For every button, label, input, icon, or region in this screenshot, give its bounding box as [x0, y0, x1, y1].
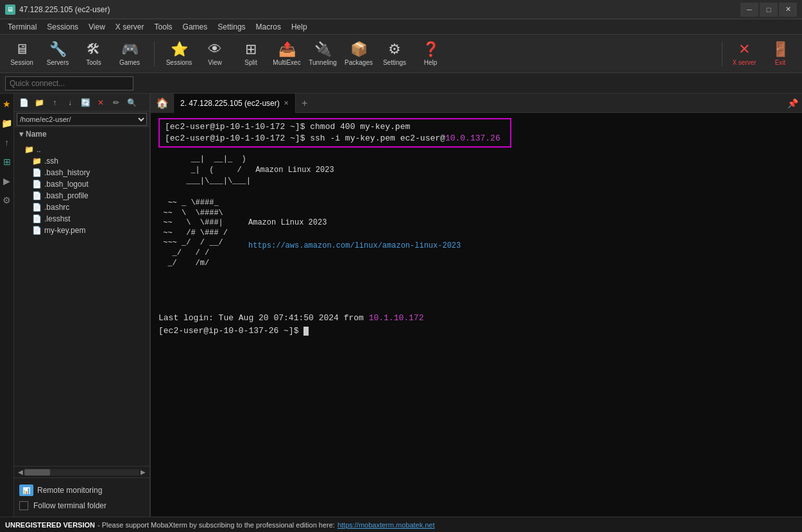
- sidebar-upload-btn[interactable]: ↑: [47, 96, 62, 110]
- file-icon: 📄: [32, 180, 42, 189]
- menu-tools[interactable]: Tools: [149, 21, 178, 33]
- menu-settings[interactable]: Settings: [212, 21, 250, 33]
- toolbar-xserver-button[interactable]: ✕ X server: [728, 37, 761, 71]
- toolbar-servers-button[interactable]: 🔧 Servers: [41, 37, 74, 71]
- menu-view[interactable]: View: [83, 21, 110, 33]
- file-icon: 📄: [32, 214, 42, 223]
- sidebar-rename-btn[interactable]: ✏: [109, 96, 123, 110]
- toolbar-tools-label: Tools: [86, 59, 101, 66]
- menu-terminal[interactable]: Terminal: [3, 21, 42, 33]
- sidebar-wrapper: ★ 📁 ↑ ⊞ ▶ ⚙ 📄 📁 ↑ ↓ 🔄 ✕ ✏ 🔍 /ho: [0, 94, 151, 517]
- toolbar-split-button[interactable]: ⊞ Split: [234, 37, 268, 71]
- toolbar-tools-button[interactable]: 🛠 Tools: [77, 37, 110, 71]
- h-scrollbar-thumb[interactable]: [24, 469, 50, 476]
- path-select[interactable]: /home/ec2-user/: [17, 113, 147, 126]
- xserver-icon: ✕: [738, 41, 750, 58]
- toolbar-multiexec-button[interactable]: 📤 MultiExec: [270, 37, 303, 71]
- toolbar-tunneling-button[interactable]: 🔌 Tunneling: [306, 37, 339, 71]
- tree-item-bashrc[interactable]: 📄 .bashrc: [14, 202, 149, 213]
- tree-item-lesshst[interactable]: 📄 .lesshst: [14, 213, 149, 225]
- sidebar-delete-btn[interactable]: ✕: [94, 96, 108, 110]
- tab-close-button[interactable]: ✕: [284, 99, 289, 107]
- toolbar-view-label: View: [208, 59, 222, 66]
- app-icon: 🖥: [5, 4, 15, 15]
- status-bar: UNREGISTERED VERSION - Please support Mo…: [0, 517, 802, 532]
- path-bar: /home/ec2-user/: [14, 112, 149, 127]
- sidebar-refresh-btn[interactable]: 🔄: [78, 96, 92, 110]
- minimize-button[interactable]: ─: [740, 3, 758, 17]
- remote-monitor[interactable]: 📊 Remote monitoring: [19, 482, 144, 499]
- title-bar-text: 47.128.225.105 (ec2-user): [19, 5, 110, 14]
- menu-help[interactable]: Help: [286, 21, 312, 33]
- menu-sessions[interactable]: Sessions: [42, 21, 83, 33]
- title-bar-left: 🖥 47.128.225.105 (ec2-user): [5, 4, 110, 15]
- close-button[interactable]: ✕: [779, 3, 797, 17]
- menu-macros[interactable]: Macros: [251, 21, 286, 33]
- tab-home-button[interactable]: 🏠: [151, 94, 174, 113]
- tree-item-bash-profile[interactable]: 📄 .bash_profile: [14, 190, 149, 202]
- sidebar-download-btn[interactable]: ↓: [63, 96, 77, 110]
- sidebar: 📄 📁 ↑ ↓ 🔄 ✕ ✏ 🔍 /home/ec2-user/ ▾ Name: [14, 94, 150, 517]
- status-message: - Please support MobaXterm by subscribin…: [98, 521, 335, 529]
- toolbar-session-label: Session: [10, 59, 33, 66]
- toolbar-sessions-label: Sessions: [166, 59, 192, 66]
- prompt-line: [ec2-user@ip-10-0-137-26 ~]$: [158, 325, 794, 337]
- tree-item-dotdot[interactable]: 📁 ..: [14, 144, 149, 155]
- file-icon: 📄: [32, 191, 42, 200]
- sidebar-search-btn[interactable]: 🔍: [124, 96, 139, 110]
- file-manager-icon[interactable]: 📁: [1, 117, 13, 130]
- tree-item-ssh[interactable]: 📁 .ssh: [14, 155, 149, 167]
- tab-session-1[interactable]: 2. 47.128.225.105 (ec2-user) ✕: [174, 94, 296, 113]
- games-icon: 🎮: [121, 41, 139, 58]
- terminal-icon[interactable]: ⊞: [1, 155, 13, 168]
- scroll-left-arrow[interactable]: ◀: [17, 468, 24, 476]
- toolbar-servers-label: Servers: [47, 59, 69, 66]
- toolbar-sessions-button[interactable]: ⭐ Sessions: [162, 37, 196, 71]
- follow-folder-checkbox[interactable]: [19, 501, 28, 510]
- split-icon: ⊞: [245, 41, 257, 58]
- toolbar-xserver-label: X server: [732, 59, 756, 66]
- tunneling-icon: 🔌: [314, 41, 332, 58]
- upload-icon[interactable]: ↑: [1, 136, 13, 149]
- tree-item-bash-logout[interactable]: 📄 .bash_logout: [14, 178, 149, 190]
- aws-logo: __| __|_ ) _| ( / Amazon Linux 2023 ___|…: [158, 154, 794, 186]
- tree-item-bash-history[interactable]: 📄 .bash_history: [14, 167, 149, 178]
- aws-url-link[interactable]: https://aws.amazon.com/linux/amazon-linu…: [248, 241, 461, 250]
- tree-item-label: my-key.pem: [44, 226, 85, 235]
- toolbar-multiexec-label: MultiExec: [273, 59, 300, 66]
- bookmark-icon[interactable]: ★: [1, 98, 13, 110]
- tree-item-label: .bash_logout: [44, 180, 89, 189]
- toolbar-view-button[interactable]: 👁 View: [198, 37, 232, 71]
- toolbar-settings-button[interactable]: ⚙ Settings: [378, 37, 411, 71]
- cmd-line-1: [ec2-user@ip-10-1-10-172 ~]$ chmod 400 m…: [165, 121, 505, 133]
- h-scrollbar[interactable]: [24, 469, 139, 476]
- toolbar-exit-button[interactable]: 🚪 Exit: [764, 37, 797, 71]
- new-tab-button[interactable]: +: [296, 94, 314, 113]
- settings-side-icon[interactable]: ⚙: [1, 194, 13, 207]
- status-link[interactable]: https://mobaxterm.mobatek.net: [337, 521, 435, 529]
- tree-item-label: .bashrc: [44, 203, 69, 212]
- quick-connect-input[interactable]: [5, 76, 133, 90]
- tree-item-label: .bash_profile: [44, 191, 89, 200]
- sidebar-new-file-btn[interactable]: 📄: [17, 96, 31, 110]
- tree-header-label: Name: [26, 130, 47, 139]
- maximize-button[interactable]: □: [760, 3, 778, 17]
- sidebar-new-folder-btn[interactable]: 📁: [32, 96, 46, 110]
- terminal-content[interactable]: [ec2-user@ip-10-1-10-172 ~]$ chmod 400 m…: [151, 113, 802, 517]
- toolbar-exit-label: Exit: [775, 59, 786, 66]
- title-bar-controls: ─ □ ✕: [740, 3, 797, 17]
- tree-item-mykey[interactable]: 📄 my-key.pem: [14, 225, 149, 236]
- toolbar-tunneling-label: Tunneling: [309, 59, 337, 66]
- toolbar-packages-button[interactable]: 📦 Packages: [342, 37, 375, 71]
- menu-games[interactable]: Games: [178, 21, 213, 33]
- toolbar-games-button[interactable]: 🎮 Games: [113, 37, 146, 71]
- menu-xserver[interactable]: X server: [110, 21, 149, 33]
- tab-pin-button[interactable]: 📌: [783, 94, 802, 113]
- tree-item-label: ..: [37, 145, 41, 154]
- toolbar: 🖥 Session 🔧 Servers 🛠 Tools 🎮 Games ⭐ Se…: [0, 35, 802, 73]
- tools-icon: 🛠: [87, 41, 101, 58]
- macro-icon[interactable]: ▶: [1, 175, 13, 187]
- scroll-right-arrow[interactable]: ▶: [139, 468, 147, 476]
- toolbar-help-button[interactable]: ❓ Help: [414, 37, 447, 71]
- toolbar-session-button[interactable]: 🖥 Session: [5, 37, 38, 71]
